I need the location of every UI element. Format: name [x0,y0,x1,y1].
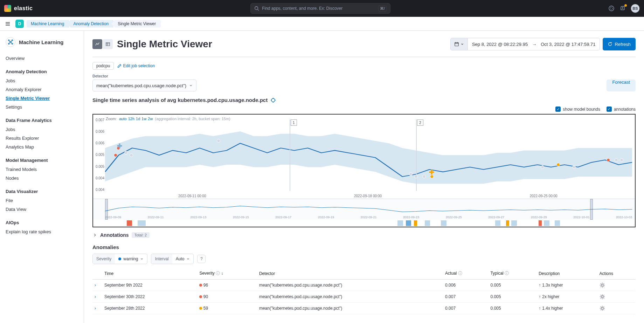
sidebar-item[interactable]: Analytics Map [6,143,78,151]
newsfeed-icon[interactable] [619,5,626,12]
svg-line-12 [9,41,10,42]
anomaly-marker[interactable] [615,158,618,162]
row-actions-button[interactable] [600,305,633,311]
severity-dot-icon [118,257,121,260]
breadcrumb-item[interactable]: Machine Learning [27,20,69,28]
secondary-bar: D Machine LearningAnomaly DetectionSingl… [0,17,644,31]
swimlane-cell[interactable] [511,220,517,226]
row-actions-button[interactable] [600,294,633,300]
cell-time: September 9th 2022 [102,280,197,291]
nav-toggle-button[interactable] [3,19,13,29]
mini-x-axis: 2022-09-092022-09-112022-09-132022-09-15… [105,215,632,219]
annotation-marker[interactable]: 2 [417,119,423,126]
column-header[interactable]: Severity ⓘ ↓ [197,268,257,280]
swimlane[interactable] [93,220,635,227]
edit-job-link[interactable]: Edit job selection [117,63,155,68]
swimlane-cell[interactable] [138,220,146,226]
sidebar-item[interactable]: Anomaly Explorer [6,85,78,94]
annotation-marker[interactable]: 1 [291,119,297,126]
column-header[interactable]: Typical ⓘ [488,268,536,280]
sidebar-item[interactable]: Explain log rate spikes [6,227,78,236]
severity-filter[interactable]: Severity warning [92,254,147,264]
date-picker-button[interactable] [450,38,468,50]
anomaly-marker[interactable] [607,158,610,162]
swimlane-cell[interactable] [406,220,411,226]
sidebar-item[interactable]: Jobs [6,76,78,85]
swimlane-cell[interactable] [441,220,446,226]
sidebar-item[interactable]: Nodes [6,174,78,183]
swimlane-cell[interactable] [539,220,542,226]
annotations-fold[interactable]: Annotations Total: 2 [92,232,636,238]
sidebar-item[interactable]: Jobs [6,125,78,134]
column-header[interactable]: Detector [257,268,443,280]
user-avatar[interactable]: BS [631,4,640,13]
swimlane-cell[interactable] [495,220,500,226]
date-from: Sep 8, 2022 @ 08:22:29.95 [472,42,528,47]
cell-detector: mean("kubernetes.pod.cpu.usage.node.pct"… [257,303,443,314]
anomaly-marker[interactable] [422,175,426,178]
column-header[interactable]: Actual ⓘ [443,268,488,280]
space-selector[interactable]: D [15,20,24,28]
cell-description: 1.3x higher [536,280,597,291]
forecast-button[interactable]: Forecast [607,80,636,91]
swimlane-cell[interactable] [397,220,403,226]
refresh-button[interactable]: Refresh [603,38,636,50]
breadcrumb-item[interactable]: Anomaly Detection [67,20,113,28]
ml-app-icon [6,37,15,47]
logo[interactable]: elastic [4,5,33,12]
main-chart[interactable]: 0.0070.0060.0060.0050.0050.0040.004 1 2 … [93,115,635,199]
svg-rect-16 [106,43,110,46]
sidebar-title: Machine Learning [19,39,64,45]
sidebar-section-title: Anomaly Detection [6,69,78,74]
swimlane-cell[interactable] [414,220,417,226]
swimlane-cell[interactable] [425,220,430,226]
sidebar-item[interactable]: Settings [6,103,78,111]
expand-row-button[interactable]: › [95,306,96,311]
show-bounds-checkbox[interactable]: ✓ show model bounds [555,106,600,112]
cell-typical: 0.005 [488,303,536,314]
context-chart[interactable]: 2022-09-092022-09-112022-09-132022-09-15… [93,199,635,220]
cell-severity: 90 [197,291,257,303]
swimlane-cell[interactable] [127,220,132,226]
sidebar-item[interactable]: File [6,196,78,205]
sidebar-item[interactable]: Data View [6,205,78,214]
row-actions-button[interactable] [600,282,633,288]
column-header[interactable]: Actions [597,268,636,280]
expand-row-button[interactable]: › [95,283,96,288]
cell-description: 1.4x higher [536,303,597,314]
annotation-plus-marker[interactable]: ✚ [429,169,434,176]
table-row: › September 9th 2022 96 mean("kubernetes… [92,280,636,291]
help-icon[interactable] [608,5,615,12]
date-range-display[interactable]: Sep 8, 2022 @ 08:22:29.95 → Oct 3, 2022 … [468,38,600,50]
sidebar-item[interactable]: Results Explorer [6,134,78,143]
sidebar-item[interactable]: Single Metric Viewer [6,94,78,103]
anomaly-marker[interactable] [620,158,623,162]
column-header[interactable]: Time [102,268,197,280]
swimlane-cell[interactable] [555,220,560,226]
view-toggle-chart[interactable] [92,39,102,49]
interval-filter[interactable]: Interval Auto [151,254,194,264]
swimlane-cell[interactable] [544,220,549,226]
cell-typical: 0.005 [488,291,536,303]
svg-point-30 [601,296,603,298]
show-annotations-checkbox[interactable]: ✓ annotations [607,106,636,112]
detector-select[interactable]: mean("kubernetes.pod.cpu.usage.node.pct"… [92,80,196,91]
view-toggle-table[interactable] [103,39,113,49]
global-search[interactable]: Find apps, content, and more. Ex: Discov… [250,3,390,14]
anomaly-marker[interactable] [217,139,220,143]
cell-severity: 96 [197,280,257,291]
swimlane-cell[interactable] [506,220,509,226]
job-chip[interactable]: podcpu [92,62,114,70]
expand-row-button[interactable]: › [95,294,96,299]
annotation-plus-marker[interactable]: ✚ [117,142,122,150]
svg-point-31 [601,307,603,309]
sidebar-section-title: AIOps [6,220,78,225]
target-icon[interactable] [270,97,276,103]
annotation-line [290,119,290,191]
column-header[interactable]: Description [536,268,597,280]
help-button[interactable]: ? [197,255,206,263]
page-title: Single Metric Viewer [117,39,212,50]
sidebar-overview[interactable]: Overview [6,54,78,63]
anomalies-title: Anomalies [92,244,636,250]
sidebar-item[interactable]: Trained Models [6,165,78,174]
